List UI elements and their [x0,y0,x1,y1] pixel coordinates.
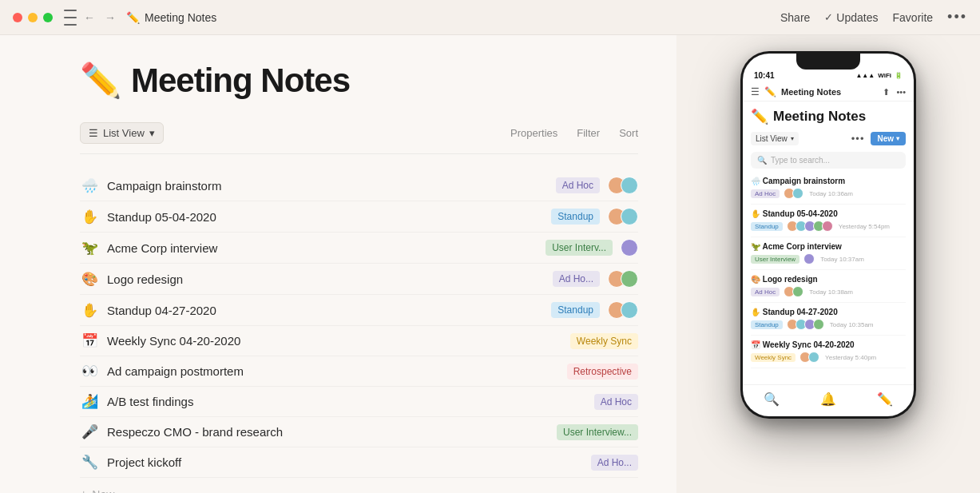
phone-timestamp: Today 10:36am [809,190,853,197]
avatars [608,208,638,225]
sort-button[interactable]: Sort [619,127,638,139]
phone-item-meta: Weekly Sync Yesterday 5:40pm [751,352,906,363]
table-row[interactable]: 🦖 Acme Corp interview User Interv... [80,233,638,264]
list-item[interactable]: ✋ Standup 04-27-2020 Standup Today 10:35… [751,303,906,336]
titlebar-title-text: Meeting Notes [145,11,216,24]
phone-item-meta: Ad Hoc Today 10:36am [751,188,906,199]
item-emoji: 🔧 [80,454,99,471]
item-emoji: 🎨 [80,271,99,288]
item-title: Ad campaign postmortem [107,364,559,378]
more-options-icon[interactable]: ••• [947,9,967,26]
list-item[interactable]: ✋ Standup 05-04-2020 Standup Yesterday 5… [751,205,906,237]
item-title: Standup 05-04-2020 [107,210,543,224]
maximize-button[interactable] [43,13,53,22]
phone-item-title: 🌧️ Campaign brainstorm [751,177,906,185]
table-row[interactable]: 🌧️ Campaign brainstorm Ad Hoc [80,170,638,201]
share-button[interactable]: Share [780,11,810,24]
phone-item-title: ✋ Standup 05-04-2020 [751,209,906,218]
table-row[interactable]: 🔧 Project kickoff Ad Ho... [80,447,638,478]
phone-mockup: 10:41 ▲▲▲ WiFi 🔋 ☰ ✏️ Meeting Notes ⬆ ••… [740,51,916,419]
item-title: Logo redesign [107,272,545,286]
item-title: Respeczo CMO - brand research [107,425,549,439]
updates-button[interactable]: ✓ Updates [824,11,878,24]
item-emoji: 🌧️ [80,177,99,194]
phone-tag: Standup [751,222,783,231]
phone-search[interactable]: 🔍 Type to search... [751,152,906,169]
phone-status-icons: ▲▲▲ WiFi 🔋 [855,72,903,79]
avatars [608,270,638,288]
phone-avatars [799,352,819,363]
view-selector[interactable]: ☰ List View ▾ [80,122,164,144]
item-tag: User Interv... [546,240,613,256]
phone-hamburger-icon[interactable]: ☰ [751,86,760,97]
plus-icon: + [80,487,87,493]
phone-new-chevron-icon: ▾ [896,135,899,142]
phone-page-title-area: ✏️ Meeting Notes [743,101,914,129]
phone-item-meta: Standup Today 10:35am [751,319,906,330]
minimize-button[interactable] [28,13,38,22]
signal-icon: ▲▲▲ [855,72,875,79]
phone-nav-emoji: ✏️ [764,86,776,97]
wifi-icon: WiFi [878,72,891,79]
item-emoji: 🏄 [80,393,99,410]
titlebar: ← → ✏️ Meeting Notes Share ✓ Updates Fav… [0,0,980,35]
phone-view-selector[interactable]: List View ▾ [751,132,799,145]
forward-arrow[interactable]: → [102,10,118,26]
phone-edit-icon[interactable]: ✏️ [877,392,893,407]
item-title: Project kickoff [107,455,583,469]
phone-item-title: 📅 Weekly Sync 04-20-2020 [751,340,906,349]
item-tag: Ad Hoc [594,394,638,410]
item-emoji: ✋ [80,209,99,225]
phone-time: 10:41 [754,71,775,80]
titlebar-title-area: ✏️ Meeting Notes [126,11,780,24]
close-button[interactable] [13,13,22,22]
main-content: ✏️ Meeting Notes ☰ List View ▾ Propertie… [0,35,980,493]
favorite-button[interactable]: Favorite [893,11,934,24]
phone-item-meta: User Interview Today 10:37am [751,253,906,264]
list-item[interactable]: 🌧️ Campaign brainstorm Ad Hoc Today 10:3… [751,172,906,205]
phone-nav-title: Meeting Notes [781,87,878,97]
phone-container: 10:41 ▲▲▲ WiFi 🔋 ☰ ✏️ Meeting Notes ⬆ ••… [676,35,980,493]
list-item[interactable]: 🦖 Acme Corp interview User Interview Tod… [751,237,906,270]
view-label: List View [103,127,145,139]
phone-search-placeholder: Type to search... [771,156,830,165]
table-row[interactable]: ✋ Standup 05-04-2020 Standup [80,201,638,233]
item-emoji: 🎤 [80,423,99,440]
phone-tag: Ad Hoc [751,189,780,198]
phone-screen: 10:41 ▲▲▲ WiFi 🔋 ☰ ✏️ Meeting Notes ⬆ ••… [743,54,914,416]
properties-button[interactable]: Properties [510,127,557,139]
list-item[interactable]: 🎨 Logo redesign Ad Hoc Today 10:38am [751,270,906,303]
table-row[interactable]: 📅 Weekly Sync 04-20-2020 Weekly Sync [80,326,638,356]
table-row[interactable]: 🎤 Respeczo CMO - brand research User Int… [80,417,638,447]
phone-toolbar: List View ▾ ••• New ▾ [743,129,914,149]
table-row[interactable]: 🎨 Logo redesign Ad Ho... [80,264,638,295]
phone-search-bottom-icon[interactable]: 🔍 [764,392,780,407]
new-label: New [92,488,114,493]
hamburger-icon[interactable] [64,8,77,27]
list-item[interactable]: 📅 Weekly Sync 04-20-2020 Weekly Sync Yes… [751,336,906,368]
table-row[interactable]: ✋ Standup 04-27-2020 Standup [80,295,638,326]
item-emoji: 🦖 [80,240,99,256]
avatar [813,319,824,330]
phone-options-icon[interactable]: ••• [851,133,865,145]
back-arrow[interactable]: ← [81,10,97,26]
phone-notch [796,54,860,70]
phone-item-title: 🎨 Logo redesign [751,275,906,284]
phone-more-icon[interactable]: ••• [896,87,906,97]
table-row[interactable]: 🏄 A/B test findings Ad Hoc [80,387,638,417]
phone-item-title: 🦖 Acme Corp interview [751,242,906,251]
phone-bell-icon[interactable]: 🔔 [820,392,836,407]
phone-share-icon[interactable]: ⬆ [883,87,890,97]
phone-avatars [787,221,833,232]
new-item-button[interactable]: + New [80,484,638,493]
filter-button[interactable]: Filter [577,127,600,139]
page-title-emoji: ✏️ [80,61,121,100]
phone-item-meta: Standup Yesterday 5:54pm [751,221,906,232]
phone-new-button[interactable]: New ▾ [871,132,906,145]
phone-list: 🌧️ Campaign brainstorm Ad Hoc Today 10:3… [743,172,914,384]
avatars [608,301,638,319]
table-row[interactable]: 👀 Ad campaign postmortem Retrospective [80,356,638,387]
phone-page-emoji: ✏️ [751,108,768,125]
phone-tag: Standup [751,320,783,329]
item-emoji: 👀 [80,363,99,380]
